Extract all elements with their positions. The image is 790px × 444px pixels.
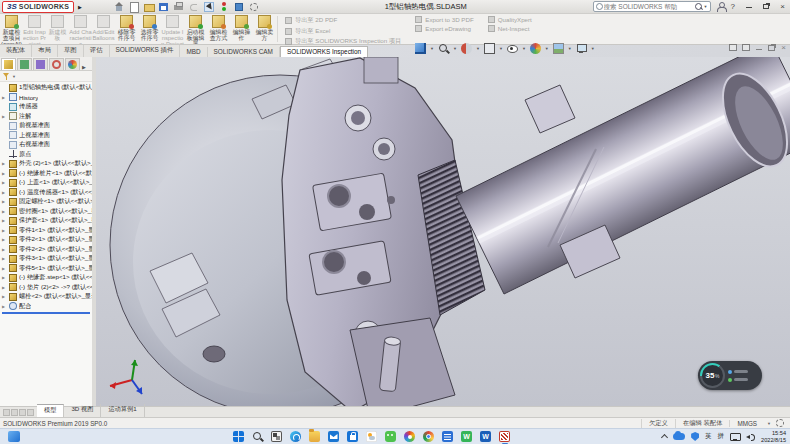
new-inspection-project-button[interactable]: 新建检查项目 (amp;N): [0, 14, 23, 44]
tree-item[interactable]: ▶零件3<1> (默认<<默认>_显示状态): [0, 254, 92, 264]
help-search-box[interactable]: ▼: [593, 1, 711, 12]
solidworks-icon[interactable]: [499, 431, 510, 442]
tile-window-icon[interactable]: [742, 44, 750, 51]
ime-language-indicator[interactable]: 英: [705, 432, 712, 441]
feature-manager-tab[interactable]: [1, 58, 16, 70]
chrome-icon[interactable]: [423, 431, 434, 442]
dropdown-caret-icon[interactable]: ▼: [430, 46, 434, 51]
tree-item[interactable]: ▶(-) 绝缘套.step<1> (默认<<默认>): [0, 273, 92, 283]
home-icon[interactable]: [114, 2, 124, 12]
dropdown-caret-icon[interactable]: ▼: [568, 46, 572, 51]
widgets-icon[interactable]: [8, 431, 20, 442]
expand-icon[interactable]: ▶: [2, 266, 7, 271]
expand-icon[interactable]: ▶: [2, 285, 7, 290]
display-manager-tab[interactable]: [65, 58, 80, 70]
view-settings-icon[interactable]: [576, 43, 587, 54]
tree-item[interactable]: 1型铝轴热电偶 (默认<默认_显示状态>-1): [0, 83, 92, 93]
tab-装配体[interactable]: 装配体: [0, 45, 32, 57]
tree-item[interactable]: 原点: [0, 150, 92, 160]
mail-icon[interactable]: [328, 431, 339, 442]
file-explorer-icon[interactable]: [309, 431, 320, 442]
view-tab-运动算例1[interactable]: 运动算例1: [101, 404, 144, 417]
dropdown-caret-icon[interactable]: ▼: [522, 46, 526, 51]
tree-item[interactable]: ▶(-) 垫片 (2)<2> ->? (默认<<默认>): [0, 283, 92, 293]
edit-appearance-icon[interactable]: [530, 43, 541, 54]
manager-tabs-overflow-icon[interactable]: ▶: [82, 64, 86, 70]
undo-icon[interactable]: [189, 2, 199, 12]
login-icon[interactable]: [717, 2, 725, 11]
view-orientation-icon[interactable]: [415, 43, 426, 54]
expand-icon[interactable]: ▶: [2, 95, 7, 100]
tab-布局[interactable]: 布局: [32, 45, 58, 57]
tab-solidworks-cam[interactable]: SOLIDWORKS CAM: [208, 47, 280, 57]
tree-item[interactable]: ▶零件2<2> (默认<<默认>_显示状态): [0, 245, 92, 255]
assembly-model[interactable]: [96, 57, 790, 406]
wechat-icon[interactable]: [385, 431, 396, 442]
units-selector[interactable]: MMGS: [729, 420, 764, 427]
photos-icon[interactable]: [404, 431, 415, 442]
display-style-icon[interactable]: [484, 43, 495, 54]
tree-item[interactable]: ▶零件5<1> (默认<<默认>_显示状态): [0, 264, 92, 274]
tab-评估[interactable]: 评估: [84, 45, 110, 57]
filter-icon[interactable]: [3, 73, 10, 80]
tab-scroll-buttons[interactable]: [3, 409, 34, 416]
edit-vendors-button[interactable]: 编辑卖方: [253, 14, 276, 44]
minimize-document-icon[interactable]: [755, 44, 763, 51]
view-tab-模型[interactable]: 模型: [37, 404, 64, 417]
expand-icon[interactable]: ▶: [2, 161, 7, 166]
tree-item[interactable]: ▶(-) 上盖<1> (默认<<默认>_显示状态): [0, 178, 92, 188]
view-tab-3D-视图[interactable]: 3D 视图: [64, 404, 101, 417]
search-input[interactable]: [604, 3, 694, 10]
tree-item[interactable]: ▶外壳 (2)<1> (默认<<默认>_显示状态): [0, 159, 92, 169]
search-dropdown-icon[interactable]: ▼: [704, 4, 708, 9]
dropdown-caret-icon[interactable]: ▼: [545, 46, 549, 51]
tree-item[interactable]: ▶密封圈<1> (默认<<默认>_显示状态): [0, 207, 92, 217]
tray-overflow-icon[interactable]: [661, 434, 668, 441]
edge-icon[interactable]: [290, 431, 301, 442]
status-options-icon[interactable]: [776, 419, 784, 427]
dropdown-caret-icon[interactable]: ▼: [499, 46, 503, 51]
display-icon[interactable]: [730, 433, 740, 441]
close-button[interactable]: ×: [775, 2, 790, 11]
tree-item[interactable]: ▶零件1<1> (默认<<默认>_显示状态): [0, 226, 92, 236]
dropdown-caret-icon[interactable]: ▼: [591, 46, 595, 51]
tree-item[interactable]: ▶注解: [0, 112, 92, 122]
options-icon[interactable]: [249, 2, 259, 12]
ime-mode-indicator[interactable]: 拼: [718, 432, 725, 441]
launch-template-editor-button[interactable]: 启动模板编辑器: [184, 14, 207, 44]
tree-item[interactable]: ▶螺栓<2> (默认<<默认>_显示状态): [0, 292, 92, 302]
dictionary-icon[interactable]: [442, 431, 453, 442]
expand-icon[interactable]: ▶: [2, 218, 7, 223]
onedrive-icon[interactable]: [673, 433, 685, 440]
save-icon[interactable]: [159, 2, 169, 12]
tree-item[interactable]: 传感器: [0, 102, 92, 112]
tree-item[interactable]: ▶(-) 绝缘桩片<1> (默认<<默认>_显示状态): [0, 169, 92, 179]
volume-icon[interactable]: [746, 433, 755, 441]
expand-icon[interactable]: ▶: [2, 114, 7, 119]
minimize-button[interactable]: [741, 2, 756, 11]
edit-inspection-methods-button[interactable]: 编辑检查方式: [207, 14, 230, 44]
weather-icon[interactable]: [366, 431, 377, 442]
zoom-fit-icon[interactable]: [438, 43, 449, 54]
tree-item[interactable]: ▶固定螺栓<1> (默认<<默认>_显示状态): [0, 197, 92, 207]
security-shield-icon[interactable]: [691, 432, 699, 441]
remove-balloons-button[interactable]: 移除零件序号: [115, 14, 138, 44]
new-document-icon[interactable]: [129, 2, 139, 12]
close-document-icon[interactable]: ×: [781, 44, 786, 51]
filter-dropdown-icon[interactable]: ▼: [12, 74, 16, 79]
tab-solidworks-inspection[interactable]: SOLIDWORKS Inspection: [280, 46, 368, 57]
expand-icon[interactable]: ▶: [2, 209, 7, 214]
dropdown-caret-icon[interactable]: ▼: [453, 46, 457, 51]
expand-icon[interactable]: ▶: [2, 304, 7, 309]
tree-item[interactable]: ▶配合: [0, 302, 92, 312]
graphics-viewport[interactable]: 35%: [96, 57, 790, 406]
apply-scene-icon[interactable]: [553, 43, 564, 54]
tree-item[interactable]: ▶保护套<1> (默认<<默认>_显示状态): [0, 216, 92, 226]
expand-icon[interactable]: ▶: [2, 294, 7, 299]
print-icon[interactable]: [174, 2, 184, 12]
units-dropdown-icon[interactable]: ▼: [764, 421, 774, 426]
menu-flyout-arrow-icon[interactable]: ▶: [78, 4, 82, 10]
tree-item[interactable]: ▶History: [0, 93, 92, 103]
expand-icon[interactable]: ▶: [2, 256, 7, 261]
start-icon[interactable]: [233, 431, 244, 442]
